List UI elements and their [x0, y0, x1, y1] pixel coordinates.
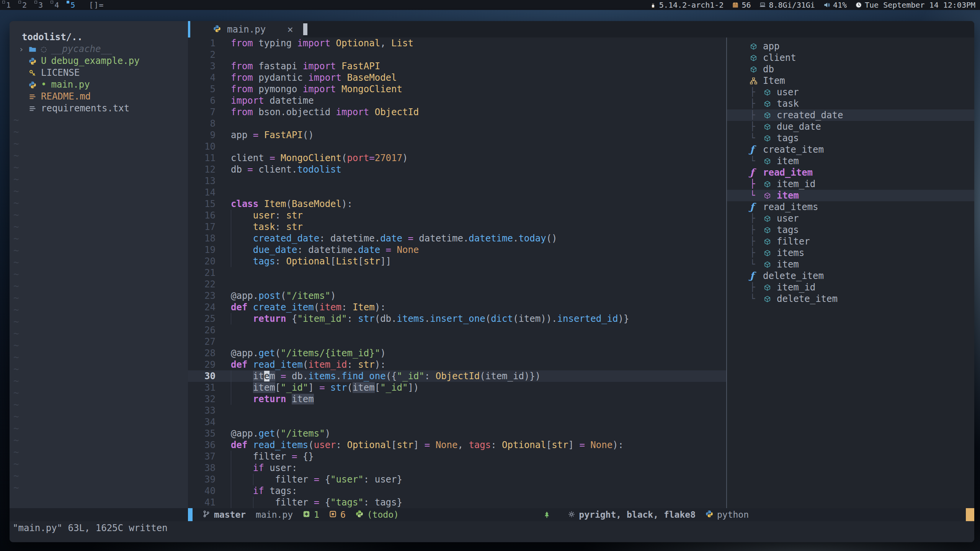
line-number: 19	[188, 244, 222, 256]
outline-item-item[interactable]: └item	[727, 190, 974, 201]
code-line-38[interactable]: 38 if user:	[188, 462, 726, 474]
outline-item-read_items[interactable]: ƒread_items	[727, 201, 974, 213]
outline-item-item[interactable]: └item	[727, 259, 974, 270]
tab-main-py[interactable]: main.py ×	[188, 21, 303, 37]
outline-item-user[interactable]: ├user	[727, 86, 974, 98]
outline-item-item[interactable]: └item	[727, 155, 974, 167]
code-line-27[interactable]: 27	[188, 336, 726, 347]
tag-indicator-square	[67, 1, 69, 3]
symbol-name: item	[777, 190, 799, 201]
code-text: user: str	[222, 210, 303, 221]
file-row-README.md[interactable]: README.md	[10, 91, 188, 103]
outline-item-client[interactable]: client	[727, 52, 974, 64]
code-line-21[interactable]: 21	[188, 267, 726, 279]
outline-item-Item[interactable]: Item	[727, 75, 974, 86]
status-volume: 41%	[823, 0, 847, 10]
file-row-main.py[interactable]: •main.py	[10, 79, 188, 91]
status-text: 41%	[833, 0, 847, 10]
code-line-7[interactable]: 7from bson.objectid import ObjectId	[188, 106, 726, 118]
outline-item-item_id[interactable]: ├item_id	[727, 178, 974, 190]
txtlines-icon	[29, 105, 41, 112]
code-line-6[interactable]: 6import datetime	[188, 95, 726, 106]
code-line-10[interactable]: 10	[188, 141, 726, 152]
code-line-39[interactable]: 39 filter = {"user": user}	[188, 474, 726, 485]
outline-item-app[interactable]: app	[727, 41, 974, 52]
code-line-35[interactable]: 35@app.get("/items")	[188, 428, 726, 439]
code-line-23[interactable]: 23@app.post("/items")	[188, 290, 726, 302]
code-line-13[interactable]: 13	[188, 175, 726, 187]
code-text	[222, 49, 231, 60]
outline-item-created_date[interactable]: ├created_date	[727, 109, 974, 121]
outline-item-task[interactable]: ├task	[727, 98, 974, 109]
outline-item-db[interactable]: db	[727, 64, 974, 75]
line-number: 12	[188, 164, 222, 175]
code-line-20[interactable]: 20 tags: Optional[List[str]]	[188, 256, 726, 267]
code-line-12[interactable]: 12db = client.todolist	[188, 164, 726, 175]
code-line-29[interactable]: 29def read_item(item_id: str):	[188, 359, 726, 370]
code-line-34[interactable]: 34	[188, 416, 726, 428]
line-number: 4	[188, 72, 222, 83]
outline-item-delete_item[interactable]: └delete_item	[727, 293, 974, 305]
file-row-LICENSE[interactable]: LICENSE	[10, 67, 188, 79]
code-line-19[interactable]: 19 due_date: datetime.date = None	[188, 244, 726, 256]
tab-close-icon[interactable]: ×	[287, 24, 293, 35]
status-package: 56	[732, 0, 751, 10]
workspace-tag-1[interactable]: 1	[0, 0, 16, 10]
tag-indicator-square	[34, 1, 37, 3]
code-line-15[interactable]: 15class Item(BaseModel):	[188, 198, 726, 210]
code-line-33[interactable]: 33	[188, 405, 726, 416]
code-line-4[interactable]: 4from pydantic import BaseModel	[188, 72, 726, 83]
outline-item-due_date[interactable]: ├due_date	[727, 121, 974, 132]
file-row-__pycache__[interactable]: ›◌__pycache__	[10, 43, 188, 55]
code-line-5[interactable]: 5from pymongo import MongoClient	[188, 83, 726, 95]
code-line-8[interactable]: 8	[188, 118, 726, 129]
code-line-18[interactable]: 18 created_date: datetime.date = datetim…	[188, 233, 726, 244]
code-line-2[interactable]: 2	[188, 49, 726, 60]
file-row-requirements.txt[interactable]: requirements.txt	[10, 103, 188, 114]
tilde-line: ~	[10, 340, 188, 352]
code-line-31[interactable]: 31 item["_id"] = str(item["_id"])	[188, 382, 726, 393]
explorer-root-folder[interactable]: todolist/..	[10, 31, 188, 43]
code-line-22[interactable]: 22	[188, 279, 726, 290]
code-line-24[interactable]: 24def create_item(item: Item):	[188, 302, 726, 313]
tilde-line: ~	[10, 399, 188, 411]
code-text	[222, 267, 231, 279]
code-line-1[interactable]: 1from typing import Optional, List	[188, 37, 726, 49]
code-line-9[interactable]: 9app = FastAPI()	[188, 129, 726, 141]
outline-item-tags[interactable]: └tags	[727, 132, 974, 144]
outline-item-user[interactable]: ├user	[727, 213, 974, 224]
variable-cube-icon	[764, 238, 777, 245]
code-line-41[interactable]: 41 filter = {"tags": tags}	[188, 497, 726, 508]
code-line-32[interactable]: 32 return item	[188, 393, 726, 405]
code-line-36[interactable]: 36def read_items(user: Optional[str] = N…	[188, 439, 726, 451]
outline-item-item_id[interactable]: ├item_id	[727, 282, 974, 293]
code-line-40[interactable]: 40 if tags:	[188, 485, 726, 497]
code-line-14[interactable]: 14	[188, 187, 726, 198]
variable-cube-icon	[764, 261, 777, 268]
venv-name: (todo)	[367, 510, 399, 520]
outline-item-read_item[interactable]: ƒread_item	[727, 167, 974, 178]
workspace-tag-5[interactable]: 5	[64, 0, 80, 10]
code-editor[interactable]: 1from typing import Optional, List23from…	[188, 37, 726, 508]
code-line-11[interactable]: 11client = MongoClient(port=27017)	[188, 152, 726, 164]
outline-item-items[interactable]: ├items	[727, 247, 974, 259]
outline-item-tags[interactable]: ├tags	[727, 224, 974, 236]
code-line-28[interactable]: 28@app.get("/items/{item_id}")	[188, 347, 726, 359]
outline-item-create_item[interactable]: ƒcreate_item	[727, 144, 974, 155]
code-line-25[interactable]: 25 return {"item_id": str(db.items.inser…	[188, 313, 726, 324]
workspace-tag-4[interactable]: 4	[48, 0, 64, 10]
line-number: 5	[188, 83, 222, 95]
workspace-tag-2[interactable]: 2	[16, 0, 32, 10]
code-line-16[interactable]: 16 user: str	[188, 210, 726, 221]
code-line-37[interactable]: 37 filter = {}	[188, 451, 726, 462]
outline-item-delete_item[interactable]: ƒdelete_item	[727, 270, 974, 282]
variable-cube-icon	[750, 43, 763, 50]
code-line-30[interactable]: 30 item = db.items.find_one({"_id": Obje…	[188, 370, 726, 382]
code-line-17[interactable]: 17 task: str	[188, 221, 726, 233]
workspace-tag-3[interactable]: 3	[32, 0, 48, 10]
file-row-debug_example.py[interactable]: Udebug_example.py	[10, 55, 188, 67]
outline-item-filter[interactable]: ├filter	[727, 236, 974, 247]
file-name: requirements.txt	[41, 103, 129, 114]
code-line-3[interactable]: 3from fastapi import FastAPI	[188, 60, 726, 72]
code-line-26[interactable]: 26	[188, 324, 726, 336]
